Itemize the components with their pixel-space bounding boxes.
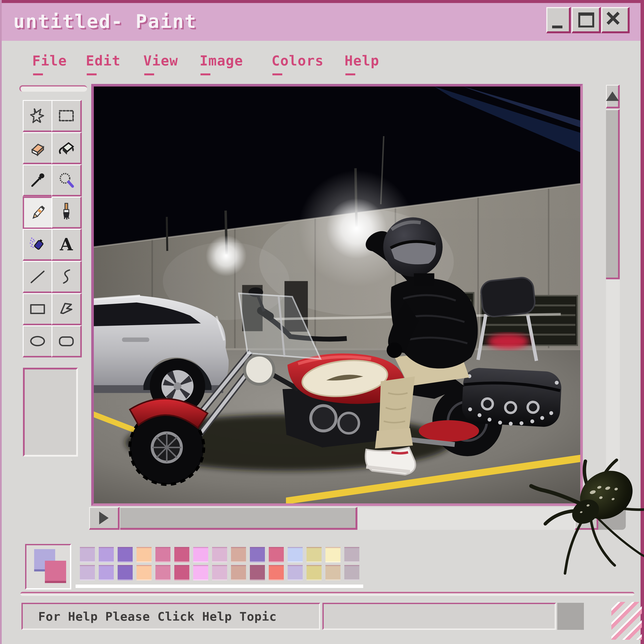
color-swatch[interactable] [118,565,133,580]
color-picker-icon [28,170,47,190]
color-swatch[interactable] [344,547,359,562]
pencil-icon [28,203,48,223]
tool-magnifier-button[interactable] [52,164,82,196]
color-swatch[interactable] [288,547,303,562]
status-message-panel: For Help Please Click Help Topic [21,603,320,630]
status-message: For Help Please Click Help Topic [38,609,277,623]
text-icon: A [60,235,73,254]
resize-grip[interactable] [611,602,642,640]
toolbox-handle[interactable] [19,85,87,92]
color-swatch[interactable] [288,565,303,580]
vertical-scrollbar-thumb[interactable] [606,109,620,279]
window-title: untitled- Paint [13,10,197,32]
canvas-photo [94,87,580,503]
tool-line-button[interactable] [23,261,53,293]
color-swatch[interactable] [325,547,340,562]
menu-edit-label: Edit [86,53,121,69]
color-swatch[interactable] [155,565,170,580]
color-swatch[interactable] [231,565,246,580]
tool-polygon-button[interactable] [52,293,82,325]
color-swatch[interactable] [118,547,133,562]
color-swatch[interactable] [344,565,359,580]
horizontal-scrollbar-thumb[interactable] [120,507,357,530]
tool-ellipse-button[interactable] [23,325,53,357]
arrow-up-icon [606,91,619,101]
tool-airbrush-button[interactable] [23,229,53,261]
scroll-left-button[interactable] [89,507,120,530]
color-swatch[interactable] [174,565,189,580]
status-secondary-panel [322,603,556,630]
eraser-icon [28,138,47,158]
menu-file[interactable]: File [32,53,67,75]
drawing-canvas[interactable] [91,84,583,506]
tool-curve-button[interactable] [52,261,82,293]
color-swatch[interactable] [231,547,246,562]
menu-file-label: File [32,53,67,69]
color-swatch[interactable] [80,547,95,562]
menu-image-label: Image [200,53,243,69]
rounded-rectangle-icon [56,331,76,351]
color-swatch[interactable] [99,547,114,562]
tool-text-button[interactable]: A [52,229,82,261]
close-button[interactable] [601,7,630,33]
menu-edit[interactable]: Edit [86,53,121,75]
airbrush-icon [28,235,47,254]
color-swatch[interactable] [137,547,152,562]
maximize-button[interactable] [572,7,601,33]
brush-icon [56,202,76,222]
color-swatch[interactable] [250,565,265,580]
color-swatch[interactable] [80,565,95,580]
tool-eraser-button[interactable] [23,132,53,164]
color-swatch[interactable] [155,547,170,562]
color-swatch[interactable] [99,565,114,580]
minimize-button[interactable] [546,7,571,33]
tool-color-picker-button[interactable] [23,164,53,196]
menu-colors[interactable]: Colors [272,53,324,75]
ellipse-icon [28,331,47,351]
window-border-top [0,0,644,3]
color-swatch[interactable] [212,547,227,562]
line-icon [28,267,47,287]
tool-options-box[interactable] [23,368,78,457]
paint-window: untitled- Paint File Edit View Image Col… [0,0,644,644]
color-swatch[interactable] [307,547,322,562]
maximize-icon [578,12,594,27]
menu-view[interactable]: View [143,53,178,75]
color-swatch[interactable] [137,565,152,580]
curve-icon [56,267,76,287]
menu-view-label: View [143,53,178,69]
menu-colors-label: Colors [272,53,324,69]
palette-row [80,547,359,562]
free-form-select-icon [28,106,47,126]
tool-brush-button[interactable] [52,197,82,229]
color-swatch[interactable] [174,547,189,562]
rectangle-icon [28,299,47,319]
menu-help-label: Help [345,53,379,69]
tool-free-form-select-button[interactable] [23,100,53,132]
polygon-icon [56,299,76,319]
minimize-icon [552,26,562,28]
tool-fill-button[interactable] [52,132,82,164]
menu-help[interactable]: Help [345,53,379,75]
background-color-swatch[interactable] [45,561,66,583]
current-colors-box[interactable] [25,544,71,589]
fill-bucket-icon [56,138,76,158]
tool-rounded-rectangle-button[interactable] [52,325,82,357]
titlebar[interactable]: untitled- Paint [2,3,641,41]
color-swatch[interactable] [250,547,265,562]
tool-select-button[interactable] [52,100,82,132]
color-swatch[interactable] [212,565,227,580]
scroll-up-button[interactable] [606,85,620,108]
color-swatch[interactable] [269,547,284,562]
color-swatch[interactable] [269,565,284,580]
color-swatch[interactable] [325,565,340,580]
menu-image[interactable]: Image [200,53,243,75]
tool-pencil-button[interactable] [23,197,53,229]
statusbar-handle [20,592,634,596]
magnifier-icon [56,170,76,190]
tool-rectangle-button[interactable] [23,293,53,325]
color-swatch[interactable] [307,565,322,580]
color-swatch[interactable] [193,547,208,562]
color-swatch[interactable] [193,565,208,580]
status-gray-block [557,603,584,630]
